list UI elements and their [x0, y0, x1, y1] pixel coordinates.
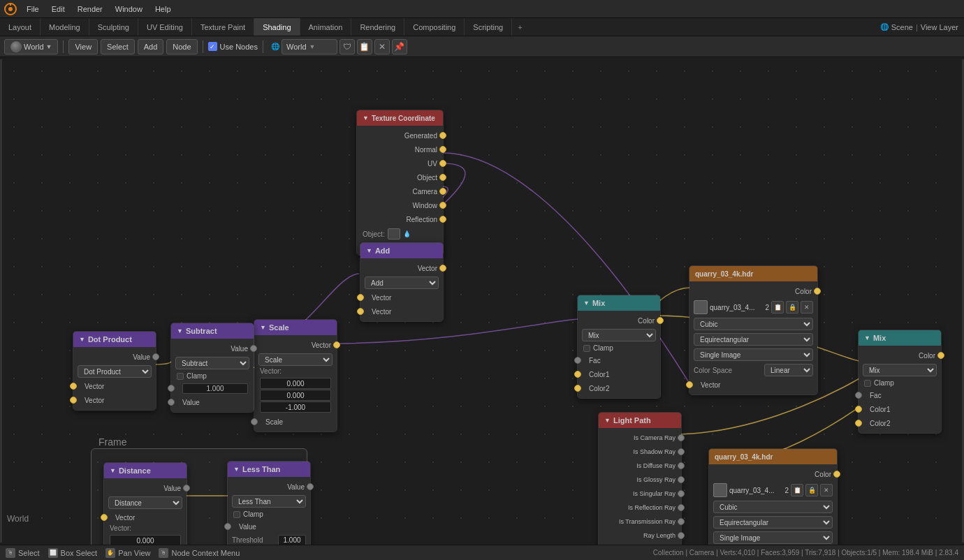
use-nodes-toggle[interactable]: ✓ Use Nodes — [208, 42, 258, 51]
tab-scripting[interactable]: Scripting — [465, 18, 512, 36]
tc-eyedropper-icon[interactable]: 💧 — [403, 230, 411, 237]
unlink-btn[interactable]: ✕ — [374, 39, 390, 54]
new-datablock-btn[interactable]: 📋 — [357, 39, 372, 54]
lt-op-select[interactable]: Less Than — [232, 495, 306, 508]
tab-sculpting[interactable]: Sculpting — [89, 18, 138, 36]
subtract-output-row: Value — [171, 341, 254, 355]
scale-output-row: Vector — [254, 338, 337, 352]
lt-threshold-input[interactable]: 1.000 — [278, 535, 306, 545]
tab-shading[interactable]: Shading — [254, 18, 300, 36]
menu-edit[interactable]: Edit — [46, 3, 71, 15]
tc-object-selector[interactable] — [388, 228, 400, 240]
mix1-fac-row: Fac — [578, 353, 660, 367]
quarry2-btn1[interactable]: 📋 — [791, 484, 803, 496]
tab-modeling[interactable]: Modeling — [41, 18, 89, 36]
add-menu-btn[interactable]: Add — [138, 39, 164, 54]
view-menu-btn[interactable]: View — [68, 39, 98, 54]
texture-coordinate-node[interactable]: ▼ Texture Coordinate Generated Normal UV… — [356, 110, 444, 256]
dot-product-node[interactable]: ▼ Dot Product Value Dot Product Vector V… — [73, 331, 156, 411]
menu-file[interactable]: File — [21, 3, 45, 15]
light-path-node[interactable]: ▼ Light Path Is Camera Ray Is Shadow Ray… — [598, 412, 682, 545]
distance-node[interactable]: ▼ Distance Value Distance Vector Vector:… — [103, 462, 187, 545]
quarry1-btn1[interactable]: 📋 — [771, 301, 784, 314]
quarry1-interp-select[interactable]: Cubic — [694, 318, 813, 330]
frame-label: Frame — [98, 436, 126, 448]
quarry2-type-select[interactable]: Single Image — [713, 531, 833, 544]
add-node[interactable]: ▼ Add Vector Add Vector Vector — [360, 242, 444, 322]
menu-window[interactable]: Window — [110, 3, 148, 15]
distance-vector-fields: 0.000 0.000 0.000 — [104, 533, 187, 545]
tab-texture-paint[interactable]: Texture Paint — [192, 18, 254, 36]
scale-operation-select[interactable]: Scale — [258, 353, 333, 366]
separator-3 — [263, 40, 263, 53]
scale-y-field[interactable]: 0.000 — [260, 390, 331, 401]
mix-node-1[interactable]: ▼ Mix Color Mix Clamp Fac — [577, 295, 661, 399]
quarry1-preview — [694, 300, 708, 314]
mix1-operation-select[interactable]: Mix — [582, 329, 656, 341]
quarry1-cs-select[interactable]: Linear — [764, 364, 813, 376]
subtract-node[interactable]: ▼ Subtract Value Subtract Clamp 1.000 — [170, 323, 254, 413]
scale-z-field[interactable]: -1.000 — [260, 401, 331, 413]
quarry1-btn2[interactable]: 🔒 — [786, 301, 798, 314]
lp-reflection-socket — [678, 504, 685, 511]
context-label: Node Context Menu — [171, 549, 240, 557]
dp-v2-row: Vector — [73, 393, 156, 407]
tab-compositing[interactable]: Compositing — [404, 18, 465, 36]
scale-x-field[interactable]: 0.000 — [260, 378, 331, 389]
dp-operation-select[interactable]: Dot Product — [78, 365, 152, 378]
quarry1-type-select[interactable]: Single Image — [694, 348, 813, 361]
tab-add[interactable]: + — [512, 20, 527, 34]
left-edge-resize[interactable] — [0, 59, 2, 543]
add-output-socket — [439, 265, 446, 272]
texture-coordinate-body: Generated Normal UV Object Camera Window — [357, 126, 443, 255]
subtract-value2-socket — [168, 399, 175, 406]
quarry-hdr-node-2[interactable]: quarry_03_4k.hdr Color quarry_03_4... 2 … — [708, 448, 838, 545]
box-select-label: Box Select — [61, 549, 98, 557]
mix-node-2[interactable]: ▼ Mix Color Mix Clamp Fac — [858, 330, 942, 434]
quarry1-close[interactable]: ✕ — [801, 301, 813, 314]
shield-icon-btn[interactable]: 🛡 — [339, 39, 355, 54]
quarry-hdr-node-1[interactable]: quarry_03_4k.hdr Color quarry_03_4... 2 … — [689, 265, 818, 395]
world-globe-icon: 🌐 — [271, 43, 279, 50]
menu-help[interactable]: Help — [149, 3, 177, 15]
quarry1-proj-select[interactable]: Equirectangular — [694, 333, 813, 346]
scale-node[interactable]: ▼ Scale Vector Scale Vector: 0.000 0.000… — [254, 319, 337, 432]
select-menu-btn[interactable]: Select — [101, 39, 135, 54]
less-than-node[interactable]: ▼ Less Than Value Less Than Clamp Value — [227, 461, 311, 545]
mix2-operation-select[interactable]: Mix — [863, 364, 937, 376]
mix2-clamp-check[interactable] — [864, 380, 871, 387]
quarry2-body: Color quarry_03_4... 2 📋 🔒 ✕ Cubic Equir… — [709, 464, 837, 545]
editor-type-selector[interactable]: World ▼ — [4, 39, 58, 54]
tab-layout[interactable]: Layout — [0, 18, 41, 36]
node-editor[interactable]: Frame ▼ Texture Coordinate Generated Nor… — [0, 57, 964, 545]
subtract-value-input[interactable]: 1.000 — [182, 383, 248, 394]
quarry1-color-row: Color — [689, 284, 817, 298]
mix2-title: Mix — [873, 334, 886, 342]
quarry2-interp-select[interactable]: Cubic — [713, 501, 833, 513]
distance-title: Distance — [119, 466, 151, 475]
tab-rendering[interactable]: Rendering — [351, 18, 404, 36]
lt-clamp-check[interactable] — [233, 511, 240, 518]
use-nodes-checkbox[interactable]: ✓ — [208, 42, 217, 51]
quarry2-proj-select[interactable]: Equirectangular — [713, 516, 833, 529]
distance-vector-label: Vector: — [104, 524, 187, 533]
world-dropdown-arrow: ▼ — [309, 43, 316, 50]
distance-op-select[interactable]: Distance — [108, 496, 182, 509]
mix1-clamp-check[interactable] — [583, 345, 590, 352]
quarry2-close[interactable]: ✕ — [820, 484, 833, 496]
node-menu-btn[interactable]: Node — [166, 39, 197, 54]
lt-header: ▼ Less Than — [228, 462, 310, 477]
distance-x-field[interactable]: 0.000 — [110, 535, 181, 545]
subtract-clamp-row: Clamp — [171, 371, 254, 381]
pin-btn[interactable]: 📌 — [392, 39, 407, 54]
add-operation-select[interactable]: Add — [365, 277, 439, 289]
tab-animation[interactable]: Animation — [300, 18, 352, 36]
quarry2-btn2[interactable]: 🔒 — [805, 484, 818, 496]
tab-uv-editing[interactable]: UV Editing — [138, 18, 192, 36]
lt-value-row: Value — [228, 520, 310, 533]
dp-op-row: Dot Product — [73, 364, 156, 379]
subtract-operation-select[interactable]: Subtract — [175, 357, 249, 369]
menu-render[interactable]: Render — [72, 3, 108, 15]
world-datablock-selector[interactable]: World ▼ — [282, 39, 337, 54]
subtract-clamp-check[interactable] — [177, 373, 184, 380]
